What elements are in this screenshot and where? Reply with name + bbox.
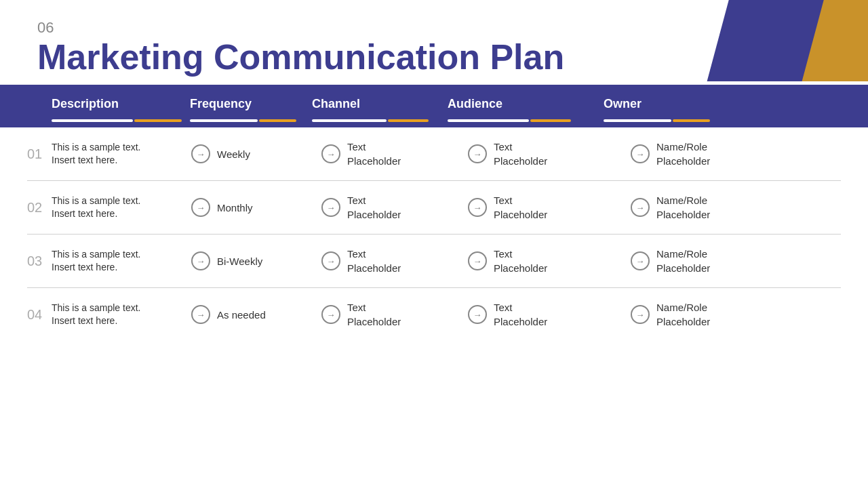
- arrow-icon: →: [631, 144, 650, 163]
- col-header-channel: Channel: [312, 87, 448, 127]
- row-frequency: As needed: [217, 309, 317, 321]
- table-body: 01 This is a sample text.Insert text her…: [0, 127, 868, 341]
- row-audience: TextPlaceholder: [494, 247, 627, 275]
- slide: 06 Marketing Communication Plan Descript…: [0, 0, 868, 488]
- arrow-icon: →: [191, 305, 210, 324]
- row-frequency: Monthly: [217, 202, 317, 214]
- row-number: 03: [27, 253, 52, 269]
- row-description: This is a sample text.Insert text here.: [52, 248, 187, 274]
- col-label-own: Owner: [604, 97, 642, 111]
- row-description: This is a sample text.Insert text here.: [52, 195, 187, 221]
- arrow-icon: →: [321, 305, 340, 324]
- arrow-icon: →: [631, 251, 650, 270]
- arrow-icon: →: [631, 198, 650, 217]
- arrow-icon: →: [631, 305, 650, 324]
- arrow-icon: →: [321, 198, 340, 217]
- row-frequency: Weekly: [217, 148, 317, 160]
- table-row: 02 This is a sample text.Insert text her…: [27, 181, 841, 235]
- table-header: Description: [0, 87, 868, 127]
- row-owner: Name/RolePlaceholder: [656, 247, 778, 275]
- arrow-icon: →: [468, 198, 487, 217]
- arrow-icon: →: [191, 144, 210, 163]
- col-label-desc: Description: [52, 97, 119, 111]
- row-owner: Name/RolePlaceholder: [656, 193, 778, 222]
- row-audience: TextPlaceholder: [494, 140, 627, 168]
- row-owner: Name/RolePlaceholder: [656, 140, 778, 168]
- arrow-icon: →: [321, 251, 340, 270]
- row-owner: Name/RolePlaceholder: [656, 300, 778, 329]
- table-row: 03 This is a sample text.Insert text her…: [27, 235, 841, 288]
- row-audience: TextPlaceholder: [494, 300, 627, 329]
- arrow-icon: →: [468, 251, 487, 270]
- col-header-owner: Owner: [604, 87, 739, 127]
- col-label-chan: Channel: [312, 97, 360, 111]
- row-number: 01: [27, 146, 52, 162]
- row-frequency: Bi-Weekly: [217, 256, 317, 267]
- arrow-icon: →: [321, 144, 340, 163]
- row-channel: TextPlaceholder: [347, 247, 464, 275]
- row-channel: TextPlaceholder: [347, 140, 464, 168]
- arrow-icon: →: [191, 198, 210, 217]
- row-channel: TextPlaceholder: [347, 300, 464, 329]
- col-label-aud: Audience: [448, 97, 502, 111]
- row-description: This is a sample text.Insert text here.: [52, 141, 187, 167]
- decorative-shapes: [658, 0, 868, 88]
- col-header-frequency: Frequency: [190, 87, 312, 127]
- arrow-icon: →: [191, 251, 210, 270]
- arrow-icon: →: [468, 144, 487, 163]
- row-description: This is a sample text.Insert text here.: [52, 302, 187, 328]
- row-number: 02: [27, 200, 52, 216]
- col-header-audience: Audience: [448, 87, 604, 127]
- row-channel: TextPlaceholder: [347, 193, 464, 222]
- row-audience: TextPlaceholder: [494, 193, 627, 222]
- row-number: 04: [27, 307, 52, 323]
- arrow-icon: →: [468, 305, 487, 324]
- col-label-freq: Frequency: [190, 97, 252, 111]
- table-row: 01 This is a sample text.Insert text her…: [27, 127, 841, 181]
- table-row: 04 This is a sample text.Insert text her…: [27, 288, 841, 341]
- col-header-description: Description: [27, 87, 190, 127]
